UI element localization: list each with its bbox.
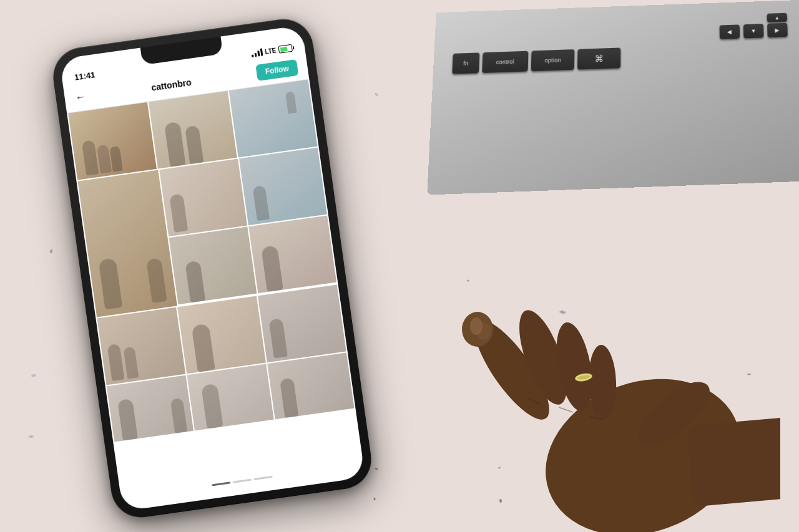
status-time: 11:41 — [74, 70, 96, 82]
key-right-arrow[interactable]: ▶ — [767, 23, 788, 37]
photo-cell-2[interactable] — [149, 91, 237, 169]
key-command[interactable]: ⌘ — [577, 47, 620, 69]
photo-cell-10[interactable] — [177, 296, 266, 374]
lte-label: LTE — [265, 47, 277, 55]
follow-button[interactable]: Follow — [255, 59, 298, 80]
photo-grid — [67, 79, 365, 511]
photo-cell-7[interactable] — [169, 227, 257, 305]
photo-cell-8[interactable] — [248, 216, 336, 294]
battery-icon — [278, 44, 292, 54]
photo-cell-12[interactable] — [107, 375, 194, 442]
photo-cell-9[interactable] — [97, 307, 185, 385]
key-control[interactable]: control — [482, 51, 528, 73]
photo-cell-1[interactable] — [68, 102, 157, 180]
laptop-keyboard: ▲ ◀ ▼ ▶ fn control option ⌘ — [427, 0, 799, 195]
key-option[interactable]: option — [531, 49, 575, 71]
key-down-arrow[interactable]: ▼ — [743, 24, 764, 38]
key-up-arrow[interactable]: ▲ — [767, 13, 788, 22]
keyboard-area: ▲ ◀ ▼ ▶ fn control option ⌘ — [447, 13, 792, 188]
back-button[interactable]: ← — [74, 90, 87, 105]
key-left-arrow[interactable]: ◀ — [720, 24, 740, 39]
photo-cell-6[interactable] — [239, 148, 327, 226]
photo-right-col — [159, 148, 336, 305]
photo-cell-3[interactable] — [229, 80, 318, 158]
photo-cell-11[interactable] — [258, 284, 346, 362]
key-fn[interactable]: fn — [452, 52, 479, 74]
profile-username: cattonbro — [150, 77, 192, 92]
photo-cell-14[interactable] — [267, 352, 354, 419]
signal-bars — [251, 48, 263, 57]
phone-screen: 11:41 LTE ← cattonbro — [59, 25, 365, 511]
photo-cell-5[interactable] — [159, 159, 247, 237]
laptop-surface: ▲ ◀ ▼ ▶ fn control option ⌘ — [427, 0, 799, 195]
photo-cell-13[interactable] — [187, 364, 273, 430]
